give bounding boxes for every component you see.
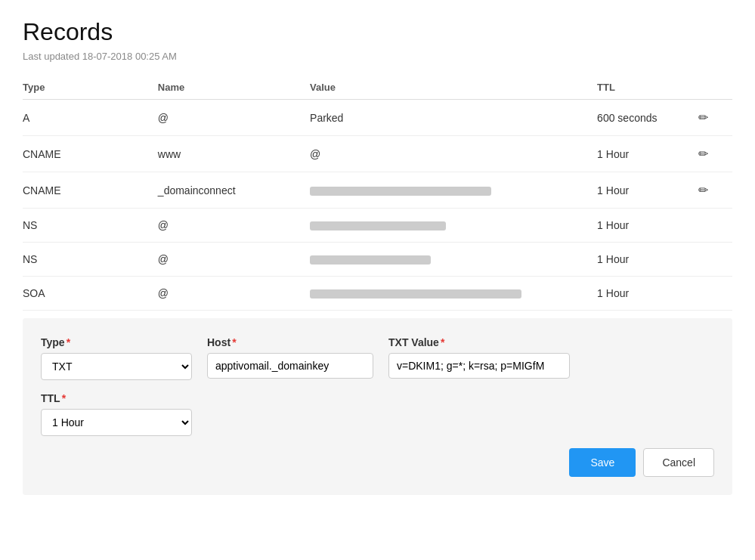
- cell-type: CNAME: [23, 136, 158, 172]
- last-updated-label: Last updated 18-07-2018 00:25 AM: [23, 51, 732, 62]
- cell-ttl: 1 Hour: [597, 209, 698, 243]
- edit-icon[interactable]: ✏: [698, 183, 708, 197]
- cell-ttl: 1 Hour: [597, 277, 698, 311]
- col-actions: [698, 76, 732, 100]
- type-field-group: Type* AAAAACNAMEMXNSSOATXT: [41, 336, 192, 380]
- cell-name: @: [158, 277, 310, 311]
- cell-name: @: [158, 100, 310, 136]
- cell-edit[interactable]: ✏: [698, 136, 732, 172]
- table-row: SOA@1 Hour: [23, 277, 732, 311]
- table-row: NS@1 Hour: [23, 243, 732, 277]
- page-title: Records: [23, 18, 732, 46]
- edit-icon[interactable]: ✏: [698, 110, 708, 125]
- host-input[interactable]: [207, 353, 373, 379]
- cell-edit[interactable]: ✏: [698, 172, 732, 209]
- cell-name: _domainconnect: [158, 172, 310, 209]
- cell-ttl: 600 seconds: [597, 100, 698, 136]
- cell-edit: [698, 243, 732, 277]
- cell-value: @: [310, 136, 597, 172]
- cell-value: [310, 209, 597, 243]
- txt-value-label: TXT Value*: [388, 336, 570, 348]
- cell-value: [310, 172, 597, 209]
- cell-type: A: [23, 100, 158, 136]
- ttl-select[interactable]: Auto30 Minutes1 Hour6 Hours12 Hours1 Day: [41, 409, 192, 436]
- edit-icon[interactable]: ✏: [698, 147, 708, 161]
- records-table: Type Name Value TTL A@Parked600 seconds✏…: [23, 76, 732, 311]
- host-label: Host*: [207, 336, 373, 348]
- col-ttl: TTL: [597, 76, 698, 100]
- cell-ttl: 1 Hour: [597, 243, 698, 277]
- cell-edit: [698, 209, 732, 243]
- type-label: Type*: [41, 336, 192, 348]
- col-name: Name: [158, 76, 310, 100]
- cell-ttl: 1 Hour: [597, 136, 698, 172]
- cell-type: NS: [23, 209, 158, 243]
- col-type: Type: [23, 76, 158, 100]
- table-row: A@Parked600 seconds✏: [23, 100, 732, 136]
- txt-value-input[interactable]: [388, 353, 570, 379]
- cell-type: NS: [23, 243, 158, 277]
- host-field-group: Host*: [207, 336, 373, 379]
- table-row: NS@1 Hour: [23, 209, 732, 243]
- save-button[interactable]: Save: [569, 448, 636, 477]
- col-value: Value: [310, 76, 597, 100]
- cell-value: [310, 277, 597, 311]
- add-record-form: Type* AAAAACNAMEMXNSSOATXT Host* TXT Val…: [23, 318, 732, 495]
- cell-ttl: 1 Hour: [597, 172, 698, 209]
- cell-type: SOA: [23, 277, 158, 311]
- cell-edit[interactable]: ✏: [698, 100, 732, 136]
- table-row: CNAME_domainconnect1 Hour✏: [23, 172, 732, 209]
- ttl-label: TTL*: [41, 392, 192, 404]
- table-row: CNAMEwww@1 Hour✏: [23, 136, 732, 172]
- ttl-field-group: TTL* Auto30 Minutes1 Hour6 Hours12 Hours…: [41, 392, 192, 436]
- txt-value-field-group: TXT Value*: [388, 336, 570, 379]
- type-select[interactable]: AAAAACNAMEMXNSSOATXT: [41, 353, 192, 380]
- cell-type: CNAME: [23, 172, 158, 209]
- cell-value: Parked: [310, 100, 597, 136]
- cell-value: [310, 243, 597, 277]
- cancel-button[interactable]: Cancel: [643, 448, 714, 477]
- cell-name: www: [158, 136, 310, 172]
- cell-name: @: [158, 243, 310, 277]
- cell-name: @: [158, 209, 310, 243]
- cell-edit: [698, 277, 732, 311]
